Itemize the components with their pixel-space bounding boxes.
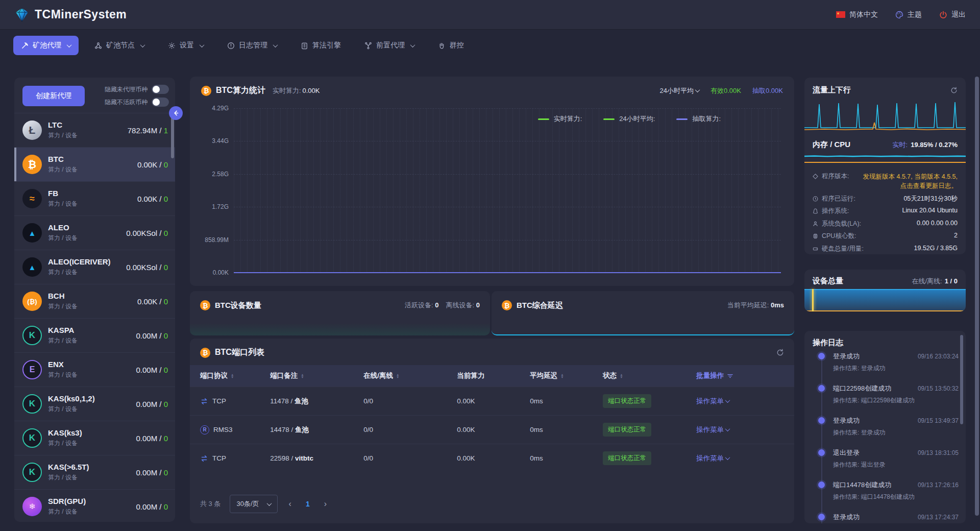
status-badge: 端口状态正常 <box>603 394 651 408</box>
coin-item-KAS(ks3)[interactable]: KKAS(ks3)算力 / 设备0.00M / 0 <box>14 421 175 455</box>
coin-item-SDR(GPU)[interactable]: ❄SDR(GPU)算力 / 设备0.00M / 0 <box>14 489 175 522</box>
kas-coin-icon: K <box>22 428 42 448</box>
log-dot-icon <box>818 481 825 488</box>
toggle-switch-0[interactable] <box>152 85 169 94</box>
log-scrollbar[interactable] <box>960 335 963 424</box>
gridline <box>234 207 781 207</box>
toggle-switch-1[interactable] <box>152 98 169 107</box>
row-action-menu[interactable]: 操作菜单 <box>696 397 729 406</box>
coin-sidebar: 创建新代理 隐藏未代理币种隐藏不活跃币种 ŁLTC算力 / 设备782.94M … <box>14 78 175 522</box>
log-dot-icon <box>818 385 825 392</box>
column-header[interactable]: 状态▲▼ <box>603 371 696 380</box>
theme-switcher[interactable]: 主题 <box>895 10 922 19</box>
y-axis-tick: 3.44G <box>212 137 229 144</box>
legend-mark-icon <box>603 118 615 120</box>
btc-icon: ₿ <box>201 86 211 96</box>
log-entry: 登录成功09/15 13:49:37操作结果: 登录成功 <box>804 416 966 448</box>
refresh-icon[interactable] <box>776 349 784 356</box>
sdr-coin-icon: ❄ <box>22 497 42 516</box>
filter-icon[interactable] <box>727 373 733 379</box>
column-header[interactable]: 在线/离线▲▼ <box>363 371 457 380</box>
log-entry: 退出登录09/13 18:31:05操作结果: 退出登录 <box>804 448 966 480</box>
coin-item-ALEO(ICERIVER)[interactable]: ▲ALEO(ICERIVER)算力 / 设备0.00KSol / 0 <box>14 250 175 284</box>
nav-item-group-control[interactable]: 群控 <box>430 36 472 55</box>
port-row[interactable]: RRMS314478 / 鱼池0/00.00K0ms端口状态正常操作菜单 <box>190 415 794 444</box>
nav-item-pool-node[interactable]: 矿池节点 <box>87 36 152 55</box>
device-total-chart <box>804 289 966 311</box>
chevron-down-icon <box>67 42 72 47</box>
legend-item[interactable]: 抽取算力: <box>676 114 721 124</box>
device-spike <box>812 289 814 311</box>
device-count-panel: ₿ BTC设备数量 活跃设备: 0 离线设备: 0 <box>190 291 490 335</box>
sort-icon[interactable]: ▲▼ <box>231 373 234 378</box>
traffic-chart <box>804 98 966 136</box>
toggle-label: 隐藏不活跃币种 <box>105 98 148 107</box>
btc-icon: ₿ <box>200 348 210 358</box>
coin-item-KASPA[interactable]: KKASPA算力 / 设备0.00M / 0 <box>14 318 175 352</box>
column-header[interactable]: 平均延迟▲▼ <box>530 371 603 380</box>
sort-icon[interactable]: ▲▼ <box>301 373 304 378</box>
btc-icon: ₿ <box>502 300 512 310</box>
device-panel-title: BTC设备数量 <box>215 301 261 310</box>
logout-button[interactable]: 退出 <box>939 10 966 19</box>
log-entry: 登录成功09/16 23:03:24操作结果: 登录成功 <box>804 352 966 384</box>
coin-item-LTC[interactable]: ŁLTC算力 / 设备782.94M / 1 <box>14 113 175 147</box>
next-page-button[interactable]: › <box>322 499 329 509</box>
page-scrollbar[interactable] <box>975 77 979 516</box>
sysinfo-value: 19.52G / 3.85G <box>914 245 958 252</box>
coin-item-BCH[interactable]: (₿)BCH算力 / 设备0.00K / 0 <box>14 284 175 318</box>
column-header[interactable]: 端口协议▲▼ <box>200 371 270 380</box>
coin-item-FB[interactable]: ≈FB算力 / 设备0.00K / 0 <box>14 181 175 215</box>
chevron-down-icon <box>695 87 700 92</box>
sort-icon[interactable]: ▲▼ <box>620 373 623 378</box>
nav-item-settings[interactable]: 设置 <box>160 36 211 55</box>
system-monitor-panel: 流量上下行 内存 / CPU 实时:19.85% / 0.27% 程序版本:发现… <box>804 78 966 254</box>
clock-icon <box>813 196 818 202</box>
table-body: TCP11478 / 鱼池0/00.00K0ms端口状态正常操作菜单RRMS31… <box>190 387 794 472</box>
tcp-protocol-icon <box>200 397 208 405</box>
log-entry: 端口14478创建成功09/13 17:26:16操作结果: 端口14478创建… <box>804 480 966 513</box>
nav-item-algo-engine[interactable]: 算法引擎 <box>293 36 349 55</box>
row-action-menu[interactable]: 操作菜单 <box>696 454 729 463</box>
version-icon <box>813 174 818 179</box>
china-flag-icon <box>836 11 845 18</box>
gridline <box>234 240 781 240</box>
row-action-menu[interactable]: 操作菜单 <box>696 425 729 435</box>
app-logo: TCMinerSystem <box>14 7 127 22</box>
coin-item-KAS(ks0,1,2)[interactable]: KKAS(ks0,1,2)算力 / 设备0.00M / 0 <box>14 387 175 421</box>
port-row[interactable]: TCP11478 / 鱼池0/00.00K0ms端口状态正常操作菜单 <box>190 387 794 415</box>
log-dot-icon <box>818 417 825 424</box>
sysinfo-value: 0.00 0.00 0.00 <box>917 220 958 227</box>
coin-item-KAS(>6.5T)[interactable]: KKAS(>6.5T)算力 / 设备0.00M / 0 <box>14 455 175 489</box>
create-proxy-button[interactable]: 创建新代理 <box>22 86 85 106</box>
hashrate-panel-title: BTC算力统计 <box>216 85 265 96</box>
column-header[interactable]: 批量操作 <box>696 371 784 380</box>
prev-page-button[interactable]: ‹ <box>287 499 293 509</box>
sort-icon[interactable]: ▲▼ <box>560 373 564 378</box>
legend-item[interactable]: 实时算力: <box>538 114 582 124</box>
hashrate-chart: 实时算力:24小时平均:抽取算力: 4.29G3.44G2.58G1.72G85… <box>234 108 781 273</box>
sidebar-collapse-button[interactable] <box>169 106 183 120</box>
sysinfo-value[interactable]: 发现新版本 4.5.7, 当前版本 4.5.5,点击查看更新日志。 <box>863 172 958 190</box>
sysinfo-value: Linux 20.04 Ubuntu <box>902 207 958 214</box>
table-header-row: 端口协议▲▼端口备注▲▼在线/离线▲▼当前算力平均延迟▲▼状态▲▼批量操作 <box>190 365 794 387</box>
nav-item-pool-proxy[interactable]: 矿池代理 <box>13 36 79 55</box>
legend-mark-icon <box>538 118 549 120</box>
gridline <box>234 141 781 141</box>
range-selector[interactable]: 24小时平均 <box>660 86 699 95</box>
coin-item-ENX[interactable]: EENX算力 / 设备0.00M / 0 <box>14 352 175 387</box>
page-size-select[interactable]: 30条/页 <box>230 495 277 513</box>
nav-item-log-manage[interactable]: 日志管理 <box>219 36 285 55</box>
legend-mark-icon <box>676 118 688 120</box>
sort-icon[interactable]: ▲▼ <box>396 373 399 378</box>
coin-item-ALEO[interactable]: ▲ALEO算力 / 设备0.00KSol / 0 <box>14 215 175 250</box>
coin-item-BTC[interactable]: ₿BTC算力 / 设备0.00K / 0 <box>14 147 175 181</box>
port-row[interactable]: TCP22598 / vitbtc0/00.00K0ms端口状态正常操作菜单 <box>190 444 794 472</box>
sysinfo-row: CPU核心数:2 <box>813 232 958 240</box>
language-switcher[interactable]: 简体中文 <box>836 10 878 19</box>
legend-item[interactable]: 24小时平均: <box>603 114 655 124</box>
refresh-icon[interactable] <box>950 87 958 94</box>
nav-item-front-proxy[interactable]: 前置代理 <box>357 36 422 55</box>
column-header[interactable]: 端口备注▲▼ <box>270 371 363 380</box>
current-page[interactable]: 1 <box>303 500 313 508</box>
